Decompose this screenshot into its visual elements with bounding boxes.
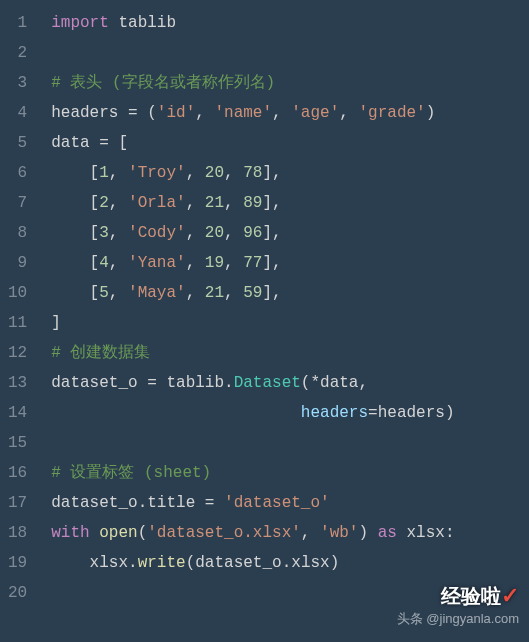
- line-number: 19: [8, 548, 27, 578]
- code-token: 'wb': [320, 524, 358, 542]
- code-token: =: [147, 374, 166, 392]
- code-line[interactable]: # 表头 (字段名或者称作列名): [39, 68, 529, 98]
- code-token: headers: [301, 404, 368, 422]
- code-token: = [: [99, 134, 128, 152]
- code-token: 5: [99, 284, 109, 302]
- code-token: 1: [99, 164, 109, 182]
- line-number: 6: [8, 158, 27, 188]
- watermark-logo: 经验啦✓: [441, 583, 519, 610]
- code-line[interactable]: with open('dataset_o.xlsx', 'wb') as xls…: [39, 518, 529, 548]
- code-token: ,: [339, 104, 358, 122]
- code-token: ,: [224, 254, 243, 272]
- code-token: 'age': [291, 104, 339, 122]
- code-token: 'grade': [358, 104, 425, 122]
- code-line[interactable]: ]: [39, 308, 529, 338]
- code-token: (: [138, 524, 148, 542]
- code-line[interactable]: data = [: [39, 128, 529, 158]
- code-token: 96: [243, 224, 262, 242]
- code-token: ,: [109, 194, 128, 212]
- line-number: 3: [8, 68, 27, 98]
- code-token: =: [205, 494, 224, 512]
- code-token: # 创建数据集: [51, 344, 150, 362]
- code-token: headers: [378, 404, 445, 422]
- code-token: 'id': [157, 104, 195, 122]
- line-number: 4: [8, 98, 27, 128]
- code-line[interactable]: [39, 38, 529, 68]
- code-line[interactable]: dataset_o = tablib.Dataset(*data,: [39, 368, 529, 398]
- code-line[interactable]: [2, 'Orla', 21, 89],: [39, 188, 529, 218]
- code-token: [: [51, 224, 99, 242]
- code-token: 77: [243, 254, 262, 272]
- code-line[interactable]: [5, 'Maya', 21, 59],: [39, 278, 529, 308]
- line-number: 14: [8, 398, 27, 428]
- code-token: ]: [51, 314, 61, 332]
- code-token: ,: [109, 224, 128, 242]
- line-number: 5: [8, 128, 27, 158]
- code-token: 2: [99, 194, 109, 212]
- code-token: [109, 14, 119, 32]
- code-token: ,: [195, 104, 214, 122]
- code-token: ],: [262, 284, 281, 302]
- code-token: xlsx: [51, 554, 128, 572]
- code-token: with: [51, 524, 89, 542]
- code-token: [: [51, 254, 99, 272]
- line-number: 2: [8, 38, 27, 68]
- code-token: xlsx: [291, 554, 329, 572]
- code-token: ,: [109, 254, 128, 272]
- code-token: Dataset: [234, 374, 301, 392]
- code-token: data: [320, 374, 358, 392]
- code-token: 59: [243, 284, 262, 302]
- code-token: ,: [186, 284, 205, 302]
- code-token: [: [51, 194, 99, 212]
- code-token: (*: [301, 374, 320, 392]
- code-editor[interactable]: 1234567891011121314151617181920 import t…: [0, 0, 529, 642]
- code-token: dataset_o: [195, 554, 281, 572]
- code-line[interactable]: [39, 428, 529, 458]
- code-token: 20: [205, 164, 224, 182]
- code-token: .: [224, 374, 234, 392]
- line-number: 15: [8, 428, 27, 458]
- line-gutter: 1234567891011121314151617181920: [0, 0, 39, 642]
- code-token: dataset_o: [51, 494, 137, 512]
- code-token: ,: [224, 224, 243, 242]
- code-token: ): [445, 404, 455, 422]
- code-token: ): [330, 554, 340, 572]
- code-token: = (: [128, 104, 157, 122]
- code-line[interactable]: headers = ('id', 'name', 'age', 'grade'): [39, 98, 529, 128]
- code-token: 78: [243, 164, 262, 182]
- code-token: .: [282, 554, 292, 572]
- line-number: 9: [8, 248, 27, 278]
- code-token: 'Orla': [128, 194, 186, 212]
- code-line[interactable]: [4, 'Yana', 19, 77],: [39, 248, 529, 278]
- code-line[interactable]: [3, 'Cody', 20, 96],: [39, 218, 529, 248]
- code-line[interactable]: # 创建数据集: [39, 338, 529, 368]
- code-line[interactable]: import tablib: [39, 8, 529, 38]
- code-token: ],: [262, 164, 281, 182]
- code-token: ],: [262, 254, 281, 272]
- code-token: xlsx:: [397, 524, 455, 542]
- code-token: ,: [186, 164, 205, 182]
- code-token: [90, 524, 100, 542]
- code-token: dataset_o: [51, 374, 147, 392]
- code-line[interactable]: dataset_o.title = 'dataset_o': [39, 488, 529, 518]
- code-token: 'dataset_o': [224, 494, 330, 512]
- code-token: 19: [205, 254, 224, 272]
- code-line[interactable]: [1, 'Troy', 20, 78],: [39, 158, 529, 188]
- code-token: # 设置标签 (sheet): [51, 464, 211, 482]
- code-token: tablib: [166, 374, 224, 392]
- line-number: 11: [8, 308, 27, 338]
- code-token: ,: [272, 104, 291, 122]
- code-token: ],: [262, 194, 281, 212]
- code-token: 'name': [214, 104, 272, 122]
- code-token: 21: [205, 284, 224, 302]
- code-area[interactable]: import tablib# 表头 (字段名或者称作列名)headers = (…: [39, 0, 529, 642]
- code-token: 4: [99, 254, 109, 272]
- code-line[interactable]: # 设置标签 (sheet): [39, 458, 529, 488]
- code-token: [51, 404, 301, 422]
- code-token: # 表头 (字段名或者称作列名): [51, 74, 275, 92]
- line-number: 12: [8, 338, 27, 368]
- code-line[interactable]: headers=headers): [39, 398, 529, 428]
- code-line[interactable]: xlsx.write(dataset_o.xlsx): [39, 548, 529, 578]
- code-token: title: [147, 494, 205, 512]
- code-token: ,: [109, 284, 128, 302]
